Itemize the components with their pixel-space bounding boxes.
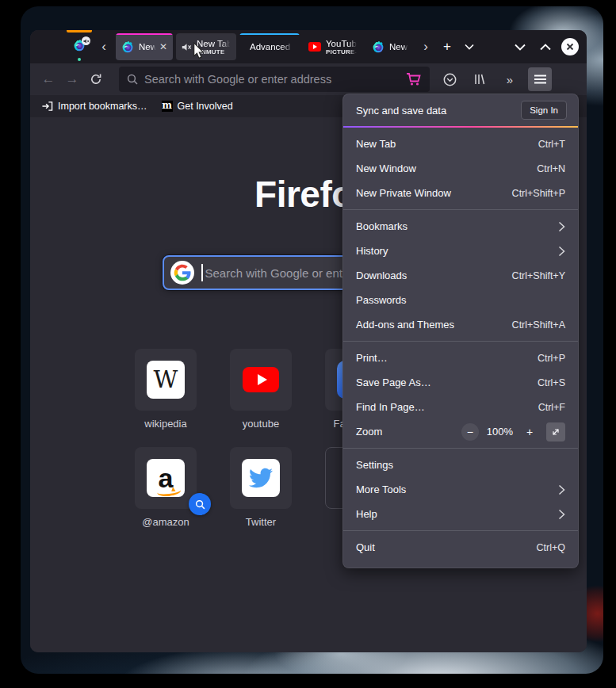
tab-title: Advanced	[250, 42, 294, 52]
menu-item-add-ons-and-themes[interactable]: Add-ons and ThemesCtrl+Shift+A	[343, 312, 578, 337]
tab-container-accent	[239, 33, 300, 35]
bookmark-import-bookmarks[interactable]: Import bookmarks…	[41, 101, 147, 112]
pinned-tab[interactable]	[65, 30, 94, 63]
shortcut-youtube[interactable]: youtube	[230, 349, 292, 430]
tab-title: New Tab	[139, 42, 156, 52]
shortcut-tile[interactable]: W	[135, 349, 197, 411]
tab-new-tab-1[interactable]: New Tab✕	[116, 33, 173, 60]
muted-speaker-icon[interactable]	[82, 36, 90, 45]
shortcut-twitter[interactable]: Twitter	[230, 447, 292, 528]
minimize-icon[interactable]	[511, 37, 530, 56]
menu-section-1: New TabCtrl+TNew WindowCtrl+NNew Private…	[343, 128, 578, 209]
menu-item-save-page-as[interactable]: Save Page As…Ctrl+S	[343, 370, 578, 395]
tab-youtube-4[interactable]: YouTubePICTURE-IN-P	[303, 33, 363, 60]
url-bar[interactable]: Search with Google or enter address	[119, 67, 430, 92]
menu-item-label: New Tab	[356, 138, 396, 150]
menu-section-2: BookmarksHistoryDownloadsCtrl+Shift+YPas…	[343, 210, 578, 341]
menu-item-label: Bookmarks	[356, 220, 407, 232]
menu-item-label: Help	[356, 508, 377, 520]
back-button[interactable]: ←	[36, 67, 60, 91]
menu-item-passwords[interactable]: Passwords	[343, 288, 578, 312]
menu-item-quit[interactable]: QuitCtrl+Q	[343, 535, 578, 560]
amazon-icon: a	[147, 459, 185, 497]
firefox-icon	[121, 40, 134, 53]
menu-item-bookmarks[interactable]: Bookmarks	[343, 214, 578, 239]
app-menu-items: New TabCtrl+TNew WindowCtrl+NNew Private…	[343, 128, 578, 564]
menu-item-find-in-page[interactable]: Find In Page…Ctrl+F	[343, 395, 578, 419]
muted-speaker-icon[interactable]	[182, 43, 192, 52]
list-all-tabs-button[interactable]	[458, 36, 480, 58]
reload-button[interactable]	[84, 67, 108, 91]
menu-item-new-tab[interactable]: New TabCtrl+T	[343, 132, 578, 156]
window-controls	[511, 37, 587, 56]
scroll-tabs-left-button[interactable]: ‹	[94, 30, 114, 63]
menu-item-shortcut: Ctrl+Shift+A	[512, 319, 565, 331]
bookmark-label: Get Involved	[178, 101, 233, 112]
youtube-icon	[243, 367, 279, 392]
menu-item-history[interactable]: History	[343, 239, 578, 263]
shortcut-wikipedia[interactable]: Wwikipedia	[135, 349, 197, 430]
app-menu-button[interactable]	[528, 67, 552, 91]
chevron-right-icon	[558, 484, 565, 495]
navigation-toolbar: ← → Search with Google or enter address …	[30, 63, 587, 95]
overflow-menu-icon[interactable]: »	[498, 67, 522, 91]
library-icon[interactable]	[468, 67, 492, 91]
menu-item-label: Add-ons and Themes	[356, 319, 454, 331]
shopping-cart-icon[interactable]	[406, 72, 422, 86]
tab-container-accent	[116, 33, 173, 35]
zoom-controls: −100%+	[461, 422, 565, 441]
menu-item-shortcut: Ctrl+T	[538, 139, 565, 150]
tab-label: New Tab	[389, 42, 408, 52]
new-tab-button[interactable]: +	[436, 36, 458, 58]
hamburger-icon	[534, 75, 546, 84]
forward-button[interactable]: →	[60, 67, 84, 91]
menu-item-print[interactable]: Print…Ctrl+P	[343, 346, 578, 370]
chevron-right-icon	[558, 246, 565, 257]
scroll-tabs-right-button[interactable]: ›	[415, 30, 436, 63]
zoom-level-value[interactable]: 100%	[487, 426, 513, 438]
menu-section-5: QuitCtrl+Q	[343, 531, 578, 564]
tab-new-tab-5[interactable]: New Tab	[366, 33, 414, 60]
zoom-out-button[interactable]: −	[461, 423, 479, 441]
twitter-icon	[242, 459, 280, 497]
tab-label: YouTube	[326, 39, 358, 48]
zoom-in-button[interactable]: +	[521, 423, 538, 441]
menu-item-shortcut: Ctrl+P	[538, 353, 565, 364]
menu-item-more-tools[interactable]: More Tools	[343, 477, 578, 502]
tab-advanced-3[interactable]: Advanced	[239, 33, 300, 60]
menu-item-settings[interactable]: Settings	[343, 453, 578, 477]
sign-in-button[interactable]: Sign In	[521, 101, 567, 120]
toolbar-buttons: »	[438, 67, 552, 91]
tab-title: YouTubePICTURE-IN-P	[326, 39, 358, 55]
mozilla-favicon: m	[162, 101, 173, 112]
close-tab-icon[interactable]: ✕	[159, 41, 167, 52]
shortcut-tile[interactable]	[230, 349, 292, 411]
tab-new-tab-2[interactable]: New TabUNMUTE	[176, 33, 236, 60]
menu-item-shortcut: Ctrl+Shift+Y	[512, 270, 565, 281]
shortcut-tile[interactable]: a	[135, 447, 197, 509]
menu-item-shortcut: Ctrl+S	[538, 377, 565, 388]
maximize-icon[interactable]	[536, 37, 555, 56]
menu-item-downloads[interactable]: DownloadsCtrl+Shift+Y	[343, 263, 578, 288]
menu-item-label: Quit	[356, 541, 375, 553]
search-badge-icon	[189, 493, 211, 515]
menu-item-help[interactable]: Help	[343, 502, 578, 526]
menu-item-label: New Private Window	[356, 187, 451, 199]
tab-bar: ‹ New Tab✕New TabUNMUTEAdvancedYouTubePI…	[30, 30, 587, 63]
menu-item-zoom[interactable]: Zoom−100%+	[343, 419, 578, 444]
menu-item-label: Zoom	[356, 426, 382, 438]
shortcut-tile[interactable]	[230, 447, 292, 509]
menu-item-label: Find In Page…	[356, 401, 425, 413]
close-window-icon[interactable]	[561, 38, 579, 55]
shortcut-amazon[interactable]: a@amazon	[135, 447, 197, 528]
fullscreen-button[interactable]	[546, 422, 565, 441]
menu-item-new-window[interactable]: New WindowCtrl+N	[343, 156, 578, 181]
tab-title: New Tab	[389, 42, 408, 52]
menu-item-shortcut: Ctrl+F	[538, 402, 565, 413]
menu-item-new-private-window[interactable]: New Private WindowCtrl+Shift+P	[343, 181, 578, 205]
shortcut-label: youtube	[243, 418, 279, 430]
app-menu-panel: Sync and save data Sign In New TabCtrl+T…	[342, 94, 579, 568]
bookmark-get-involved[interactable]: mGet Involved	[162, 101, 233, 112]
pocket-icon[interactable]	[438, 67, 461, 91]
sync-header: Sync and save data Sign In	[343, 94, 578, 126]
